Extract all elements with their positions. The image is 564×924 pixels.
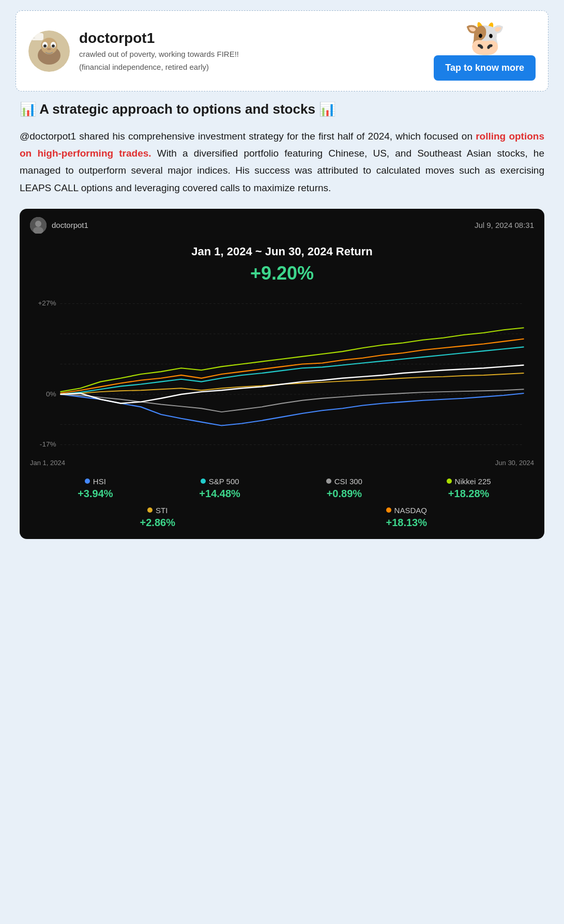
- svg-text:...: ...: [33, 36, 35, 39]
- body-part1: @doctorpot1 shared his comprehensive inv…: [20, 131, 476, 142]
- legend-label-row-sti: STI: [147, 506, 167, 515]
- legend-value-nikkei: +18.28%: [448, 488, 490, 500]
- chart-return-value: +9.20%: [30, 263, 534, 284]
- title-icon-right: 📊: [319, 101, 336, 117]
- chart-header: doctorpot1 Jul 9, 2024 08:31: [20, 209, 544, 240]
- legend-dot-nasdaq: [386, 507, 391, 513]
- chart-author: doctorpot1: [30, 217, 88, 234]
- legend-value-csi300: +0.89%: [327, 488, 362, 500]
- legend-label-row-csi300: CSI 300: [326, 477, 362, 486]
- chart-legend-top: HSI +3.94% S&P 500 +14.48% CSI 300: [20, 467, 544, 504]
- legend-name-csi300: CSI 300: [334, 477, 362, 486]
- svg-rect-8: [31, 33, 43, 40]
- article-title: 📊 A strategic approach to options and st…: [20, 101, 544, 118]
- chart-author-name: doctorpot1: [52, 221, 88, 229]
- chart-legend-bottom: STI +2.86% NASDAQ +18.13%: [20, 504, 544, 529]
- avatar: ...: [28, 30, 70, 72]
- legend-value-hsi: +3.94%: [78, 488, 113, 500]
- svg-point-7: [47, 48, 51, 50]
- profile-bio-line2: (financial independence, retired early): [79, 61, 239, 72]
- legend-item-nasdaq: NASDAQ +18.13%: [284, 506, 529, 529]
- legend-name-nikkei: Nikkei 225: [455, 477, 491, 486]
- legend-label-row-sp500: S&P 500: [201, 477, 239, 486]
- legend-label-row-nasdaq: NASDAQ: [386, 506, 427, 515]
- legend-dot-nikkei: [447, 479, 452, 484]
- title-text: A strategic approach to options and stoc…: [39, 101, 315, 117]
- chart-title-section: Jan 1, 2024 ~ Jun 30, 2024 Return +9.20%: [20, 240, 544, 291]
- legend-label-row-nikkei: Nikkei 225: [447, 477, 491, 486]
- svg-text:-17%: -17%: [40, 440, 56, 448]
- svg-text:0%: 0%: [46, 390, 56, 398]
- chart-svg-container: +27% 0% -17%: [20, 291, 544, 467]
- legend-item-csi300: CSI 300 +0.89%: [284, 477, 405, 500]
- chart-main-title: Jan 1, 2024 ~ Jun 30, 2024 Return: [30, 245, 534, 258]
- svg-point-6: [52, 44, 55, 48]
- title-icon-left: 📊: [20, 101, 36, 117]
- tap-to-know-more-button[interactable]: Tap to know more: [434, 55, 536, 81]
- svg-text:+27%: +27%: [38, 299, 56, 307]
- article-section: 📊 A strategic approach to options and st…: [16, 96, 548, 539]
- chart-x-labels: Jan 1, 2024 Jun 30, 2024: [30, 457, 534, 467]
- legend-dot-csi300: [326, 479, 331, 484]
- profile-info: doctorpot1 crawled out of poverty, worki…: [79, 30, 239, 72]
- chart-x-start: Jan 1, 2024: [30, 459, 65, 467]
- legend-dot-sp500: [201, 479, 206, 484]
- legend-item-nikkei: Nikkei 225 +18.28%: [408, 477, 529, 500]
- legend-label-row-hsi: HSI: [85, 477, 106, 486]
- legend-value-nasdaq: +18.13%: [386, 517, 427, 529]
- profile-username: doctorpot1: [79, 30, 239, 47]
- legend-item-sp500: S&P 500 +14.48%: [160, 477, 280, 500]
- svg-point-11: [35, 221, 41, 227]
- chart-card: doctorpot1 Jul 9, 2024 08:31 Jan 1, 2024…: [20, 209, 544, 539]
- mascot-icon: 🐮: [464, 21, 506, 54]
- profile-header: ... doctorpot1 crawled out of poverty, w…: [16, 10, 548, 91]
- legend-value-sp500: +14.48%: [199, 488, 240, 500]
- legend-value-sti: +2.86%: [140, 517, 175, 529]
- chart-svg: +27% 0% -17%: [30, 291, 534, 457]
- avatar-svg: ...: [28, 30, 70, 72]
- legend-name-nasdaq: NASDAQ: [394, 506, 427, 515]
- profile-left: ... doctorpot1 crawled out of poverty, w…: [28, 30, 239, 72]
- legend-name-sp500: S&P 500: [209, 477, 239, 486]
- legend-dot-sti: [147, 507, 153, 513]
- chart-author-avatar: [30, 217, 47, 234]
- chart-x-end: Jun 30, 2024: [495, 459, 534, 467]
- svg-point-5: [43, 44, 47, 48]
- legend-item-hsi: HSI +3.94%: [35, 477, 156, 500]
- page-container: ... doctorpot1 crawled out of poverty, w…: [0, 0, 564, 560]
- legend-name-sti: STI: [156, 506, 167, 515]
- legend-item-sti: STI +2.86%: [35, 506, 280, 529]
- chart-timestamp: Jul 9, 2024 08:31: [475, 221, 534, 229]
- header-right: 🐮 Tap to know more: [434, 21, 536, 81]
- article-body: @doctorpot1 shared his comprehensive inv…: [20, 128, 544, 196]
- legend-dot-hsi: [85, 479, 90, 484]
- legend-name-hsi: HSI: [93, 477, 106, 486]
- profile-bio-line1: crawled out of poverty, working towards …: [79, 49, 239, 59]
